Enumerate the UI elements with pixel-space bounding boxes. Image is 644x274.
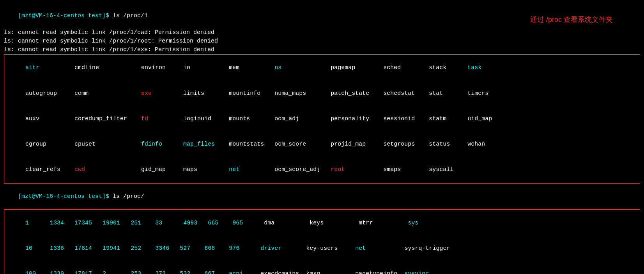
terminal-line: ls: cannot read symbolic link /proc/1/cw… xyxy=(4,28,640,37)
terminal-line: autogroup comm exe limits mountinfo numa… xyxy=(4,81,640,106)
terminal: 通过 /proc 查看系统文件夹 [mzt@VM-16-4-centos tes… xyxy=(0,0,644,274)
terminal-line: clear_refs cwd gid_map maps net oom_scor… xyxy=(4,157,640,183)
proc1-listing: attr cmdline environ io mem ns pagemap s… xyxy=(4,54,640,184)
terminal-line: [mzt@VM-16-4-centos test]$ ls /proc/ xyxy=(4,184,640,209)
terminal-line: 1 1334 17345 19901 251 33 4993 665 965 d… xyxy=(4,210,640,236)
terminal-line: ls: cannot read symbolic link /proc/1/ex… xyxy=(4,46,640,54)
terminal-line: auxv coredump_filter fd loginuid mounts … xyxy=(4,106,640,132)
top-annotation: 通过 /proc 查看系统文件夹 xyxy=(530,15,613,24)
terminal-line: attr cmdline environ io mem ns pagemap s… xyxy=(4,55,640,81)
terminal-line: 10 1336 17814 19941 252 3346 527 666 976… xyxy=(4,236,640,261)
terminal-line: cgroup cpuset fdinfo map_files mountstat… xyxy=(4,132,640,157)
proc-listing: 1 1334 17345 19901 251 33 4993 665 965 d… xyxy=(4,209,640,274)
terminal-line: 100 1339 17817 2 253 373 532 667 acpi ex… xyxy=(4,262,640,274)
terminal-line: ls: cannot read symbolic link /proc/1/ro… xyxy=(4,37,640,46)
